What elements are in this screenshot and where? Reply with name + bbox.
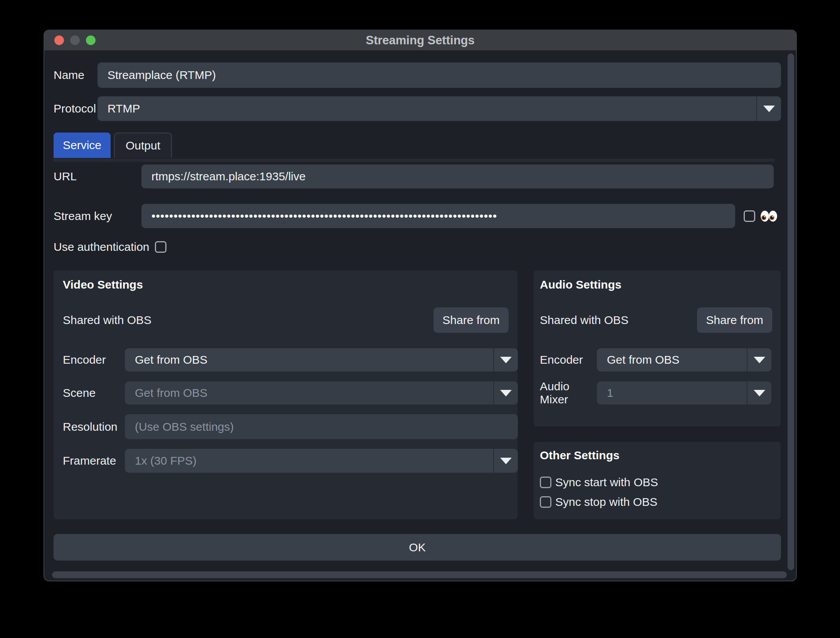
scene-row: Scene Get from OBS — [63, 381, 509, 405]
video-shared-label: Shared with OBS — [63, 314, 151, 327]
resolution-placeholder: (Use OBS settings) — [135, 420, 234, 433]
framerate-row: Framerate 1x (30 FPS) — [63, 449, 509, 473]
tab-pane-divider — [54, 159, 774, 162]
sync-start-checkbox[interactable] — [540, 477, 551, 488]
tab-service[interactable]: Service — [54, 133, 111, 158]
stream-key-row: Stream key •••••••••••••••••••••••••••••… — [54, 204, 781, 228]
tab-output[interactable]: Output — [114, 133, 172, 158]
protocol-label: Protocol — [54, 102, 97, 115]
other-settings-title: Other Settings — [540, 449, 772, 462]
chevron-down-icon — [493, 449, 518, 473]
resolution-input[interactable]: (Use OBS settings) — [125, 414, 518, 439]
sync-stop-label: Sync stop with OBS — [555, 495, 657, 509]
close-button[interactable] — [54, 35, 64, 45]
scene-dropdown[interactable]: Get from OBS — [125, 381, 518, 405]
url-input[interactable]: rtmps://stream.place:1935/live — [141, 165, 774, 188]
audio-mixer-dropdown[interactable]: 1 — [597, 381, 771, 405]
video-settings-panel: Video Settings Shared with OBS Share fro… — [54, 270, 517, 519]
audio-settings-panel: Audio Settings Shared with OBS Share fro… — [534, 270, 781, 426]
framerate-dropdown[interactable]: 1x (30 FPS) — [125, 449, 518, 473]
sync-start-row: Sync start with OBS — [540, 476, 772, 489]
stream-key-label: Stream key — [54, 210, 141, 223]
zoom-button[interactable] — [86, 35, 96, 45]
titlebar[interactable]: Streaming Settings — [44, 30, 796, 51]
chevron-down-icon — [747, 348, 771, 371]
minimize-button[interactable] — [70, 35, 80, 45]
stream-key-masked-value: ••••••••••••••••••••••••••••••••••••••••… — [151, 210, 497, 223]
framerate-label: Framerate — [63, 454, 125, 467]
video-shared-row: Shared with OBS Share from — [63, 307, 509, 333]
scene-label: Scene — [63, 386, 125, 400]
horizontal-scrollbar[interactable] — [52, 571, 787, 578]
tab-bar: Service Output — [54, 133, 781, 158]
traffic-lights — [54, 30, 96, 50]
audio-mixer-value: 1 — [597, 386, 747, 400]
audio-settings-title: Audio Settings — [540, 278, 772, 291]
protocol-value: RTMP — [97, 102, 756, 115]
stream-key-show-checkbox[interactable] — [744, 210, 755, 222]
video-encoder-value: Get from OBS — [125, 353, 493, 366]
video-encoder-dropdown[interactable]: Get from OBS — [125, 348, 518, 371]
sync-stop-checkbox[interactable] — [540, 496, 551, 508]
video-encoder-row: Encoder Get from OBS — [63, 348, 509, 371]
use-authentication-row: Use authentication — [54, 241, 781, 253]
resolution-row: Resolution (Use OBS settings) — [63, 414, 509, 439]
video-settings-title: Video Settings — [63, 278, 509, 291]
video-encoder-label: Encoder — [63, 353, 125, 366]
url-label: URL — [54, 170, 141, 183]
sync-stop-row: Sync stop with OBS — [540, 495, 772, 509]
resolution-label: Resolution — [63, 420, 125, 433]
audio-encoder-value: Get from OBS — [597, 353, 747, 366]
chevron-down-icon — [493, 381, 518, 405]
eyes-icon — [760, 210, 778, 222]
name-input[interactable]: Streamplace (RTMP) — [97, 62, 781, 88]
audio-shared-row: Shared with OBS Share from — [540, 307, 772, 333]
window-title: Streaming Settings — [366, 34, 475, 47]
streaming-settings-dialog: Streaming Settings Name Streamplace (RTM… — [44, 30, 797, 581]
use-authentication-checkbox[interactable] — [155, 241, 166, 253]
sync-start-label: Sync start with OBS — [555, 476, 658, 489]
name-row: Name Streamplace (RTMP) — [54, 62, 781, 88]
url-row: URL rtmps://stream.place:1935/live — [54, 165, 781, 188]
chevron-down-icon — [747, 381, 771, 405]
name-label: Name — [54, 69, 97, 82]
video-share-from-button[interactable]: Share from — [433, 307, 509, 333]
audio-shared-label: Shared with OBS — [540, 314, 628, 327]
vertical-scrollbar[interactable] — [788, 54, 794, 570]
stream-key-input[interactable]: ••••••••••••••••••••••••••••••••••••••••… — [141, 204, 735, 228]
audio-share-from-button[interactable]: Share from — [697, 307, 772, 333]
protocol-dropdown[interactable]: RTMP — [97, 96, 781, 121]
protocol-row: Protocol RTMP — [54, 96, 781, 121]
audio-mixer-row: Audio Mixer 1 — [540, 381, 772, 405]
audio-encoder-dropdown[interactable]: Get from OBS — [597, 348, 771, 371]
use-authentication-label: Use authentication — [54, 240, 150, 254]
ok-button[interactable]: OK — [54, 534, 781, 561]
audio-encoder-label: Encoder — [540, 353, 597, 366]
audio-mixer-label: Audio Mixer — [540, 380, 597, 406]
other-settings-panel: Other Settings Sync start with OBS Sync … — [534, 442, 781, 519]
framerate-value: 1x (30 FPS) — [125, 454, 493, 467]
audio-encoder-row: Encoder Get from OBS — [540, 348, 772, 371]
scene-value: Get from OBS — [125, 386, 493, 400]
chevron-down-icon — [756, 96, 781, 121]
chevron-down-icon — [493, 348, 518, 371]
